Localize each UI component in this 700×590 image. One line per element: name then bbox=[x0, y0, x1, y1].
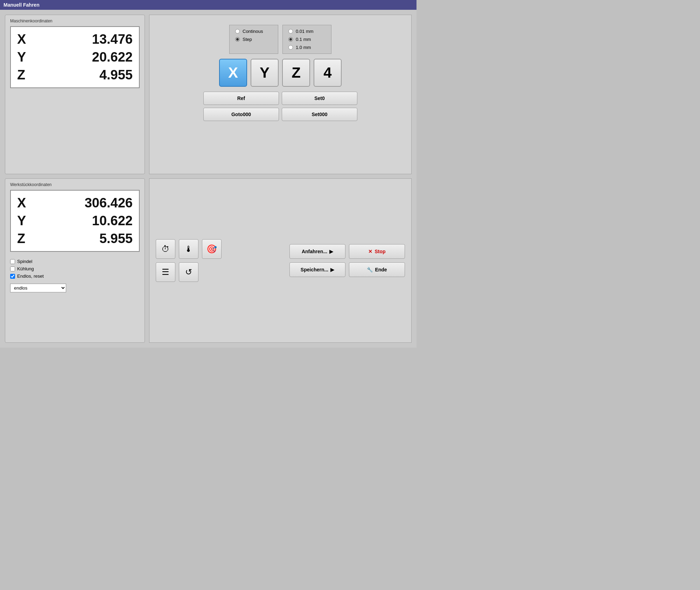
icon-row-top: ⏱ 🌡 🎯 bbox=[156, 239, 222, 259]
work-z-label: Z bbox=[17, 231, 35, 246]
refresh-button[interactable]: ↺ bbox=[179, 262, 198, 282]
endlos-checkbox[interactable] bbox=[10, 274, 15, 279]
stop-x-icon: ✕ bbox=[368, 249, 372, 254]
mach-z-value: 4.955 bbox=[99, 67, 133, 83]
action-buttons-group: Ref Set0 Goto000 Set000 bbox=[203, 92, 357, 121]
endlos-label: Endlos, reset bbox=[17, 273, 44, 279]
axis-x-button[interactable]: X bbox=[219, 59, 247, 87]
ende-button[interactable]: 🔧 Ende bbox=[349, 262, 405, 277]
radio-panels: Continous Step 0.01 mm 0.1 mm bbox=[229, 25, 331, 54]
step-001-text: 0.01 mm bbox=[296, 29, 314, 34]
step-001-radio[interactable] bbox=[288, 29, 293, 34]
step-10-radio[interactable] bbox=[288, 45, 293, 50]
speedometer-button[interactable]: ⏱ bbox=[156, 239, 175, 259]
speedometer-icon: ⏱ bbox=[161, 244, 170, 254]
end-row-top: Anfahren... ▶ ✕ Stop bbox=[289, 244, 405, 259]
set0-button[interactable]: Set0 bbox=[282, 92, 357, 105]
list-button[interactable]: ☰ bbox=[156, 262, 175, 282]
work-x-row: X 306.426 bbox=[17, 196, 133, 211]
werkstueckkoordinaten-panel: Werkstückkoordinaten X 306.426 Y 10.622 … bbox=[5, 178, 145, 343]
anfahren-arrow-icon: ▶ bbox=[329, 249, 333, 254]
step-10-text: 1.0 mm bbox=[296, 45, 311, 50]
step-01-text: 0.1 mm bbox=[296, 37, 311, 42]
endlos-dropdown[interactable]: endlos einmal mehrfach bbox=[10, 284, 66, 292]
bottom-left-controls: Spindel Kühlung Endlos, reset endlos ein… bbox=[10, 259, 140, 292]
work-y-row: Y 10.622 bbox=[17, 213, 133, 228]
stop-button[interactable]: ✕ Stop bbox=[349, 244, 405, 259]
work-z-row: Z 5.955 bbox=[17, 231, 133, 246]
axis-4-button[interactable]: 4 bbox=[314, 59, 342, 87]
step-radio[interactable] bbox=[235, 37, 240, 42]
continous-label: Continous bbox=[243, 29, 263, 34]
dropdown-row: endlos einmal mehrfach bbox=[10, 284, 140, 292]
title-label: Manuell Fahren bbox=[4, 2, 40, 8]
target-button[interactable]: 🎯 bbox=[202, 239, 222, 259]
spindel-label: Spindel bbox=[17, 259, 32, 264]
list-icon: ☰ bbox=[162, 267, 169, 277]
werkstueckkoordinaten-title: Werkstückkoordinaten bbox=[10, 182, 140, 187]
title-bar: Manuell Fahren bbox=[0, 0, 416, 10]
stop-label: Stop bbox=[374, 249, 385, 254]
spindel-checkbox[interactable] bbox=[10, 259, 15, 264]
anfahren-label: Anfahren... bbox=[302, 249, 327, 254]
target-icon: 🎯 bbox=[206, 244, 217, 254]
mach-x-row: X 13.476 bbox=[17, 32, 133, 47]
end-buttons-section: Anfahren... ▶ ✕ Stop Speichern... ▶ 🔧 En… bbox=[289, 244, 405, 277]
temperature-button[interactable]: 🌡 bbox=[179, 239, 198, 259]
maschinenkoordinaten-title: Maschinenkoordinaten bbox=[10, 19, 140, 23]
step-label: Step bbox=[243, 37, 252, 42]
step-10-label[interactable]: 1.0 mm bbox=[288, 45, 326, 50]
speichern-button[interactable]: Speichern... ▶ bbox=[289, 262, 345, 277]
step-001-label[interactable]: 0.01 mm bbox=[288, 29, 326, 34]
ende-label: Ende bbox=[375, 267, 387, 272]
step-size-panel: 0.01 mm 0.1 mm 1.0 mm bbox=[282, 25, 331, 54]
kuehlung-checkbox-label[interactable]: Kühlung bbox=[10, 266, 140, 271]
work-x-label: X bbox=[17, 196, 35, 211]
step-01-radio[interactable] bbox=[288, 37, 293, 42]
temperature-icon: 🌡 bbox=[184, 244, 193, 254]
mach-y-row: Y 20.622 bbox=[17, 50, 133, 65]
refresh-icon: ↺ bbox=[185, 267, 192, 277]
speichern-label: Speichern... bbox=[301, 267, 328, 272]
end-row-bottom: Speichern... ▶ 🔧 Ende bbox=[289, 262, 405, 277]
ref-button[interactable]: Ref bbox=[203, 92, 279, 105]
work-y-value: 10.622 bbox=[92, 213, 133, 228]
work-x-value: 306.426 bbox=[85, 196, 133, 211]
maschinenkoordinaten-box: X 13.476 Y 20.622 Z 4.955 bbox=[10, 26, 140, 88]
kuehlung-checkbox[interactable] bbox=[10, 266, 15, 271]
bottom-right-panel: ⏱ 🌡 🎯 ☰ ↺ Anfahren. bbox=[149, 178, 412, 343]
motion-mode-panel: Continous Step bbox=[229, 25, 278, 54]
continous-radio-label[interactable]: Continous bbox=[235, 29, 272, 34]
spindel-checkbox-label[interactable]: Spindel bbox=[10, 259, 140, 264]
anfahren-button[interactable]: Anfahren... ▶ bbox=[289, 244, 345, 259]
mach-z-label: Z bbox=[17, 67, 35, 83]
mach-x-label: X bbox=[17, 32, 35, 47]
mach-x-value: 13.476 bbox=[92, 32, 133, 47]
work-z-value: 5.955 bbox=[99, 231, 133, 246]
axis-buttons-group: X Y Z 4 bbox=[219, 59, 342, 87]
icon-row-bottom: ☰ ↺ bbox=[156, 262, 222, 282]
controls-panel: Continous Step 0.01 mm 0.1 mm bbox=[149, 15, 412, 174]
step-01-label[interactable]: 0.1 mm bbox=[288, 37, 326, 42]
maschinenkoordinaten-panel: Maschinenkoordinaten X 13.476 Y 20.622 Z… bbox=[5, 15, 145, 174]
ende-wrench-icon: 🔧 bbox=[367, 267, 373, 272]
mach-y-label: Y bbox=[17, 50, 35, 65]
endlos-checkbox-label[interactable]: Endlos, reset bbox=[10, 273, 140, 279]
kuehlung-label: Kühlung bbox=[17, 266, 34, 271]
speichern-arrow-icon: ▶ bbox=[330, 267, 334, 272]
work-y-label: Y bbox=[17, 213, 35, 228]
icon-buttons-section: ⏱ 🌡 🎯 ☰ ↺ bbox=[156, 239, 222, 282]
continous-radio[interactable] bbox=[235, 29, 240, 34]
axis-y-button[interactable]: Y bbox=[251, 59, 279, 87]
mach-z-row: Z 4.955 bbox=[17, 67, 133, 83]
werkstueckkoordinaten-box: X 306.426 Y 10.622 Z 5.955 bbox=[10, 190, 140, 252]
step-radio-label[interactable]: Step bbox=[235, 37, 272, 42]
axis-z-button[interactable]: Z bbox=[282, 59, 310, 87]
goto000-button[interactable]: Goto000 bbox=[203, 108, 279, 121]
set000-button[interactable]: Set000 bbox=[282, 108, 357, 121]
mach-y-value: 20.622 bbox=[92, 50, 133, 65]
